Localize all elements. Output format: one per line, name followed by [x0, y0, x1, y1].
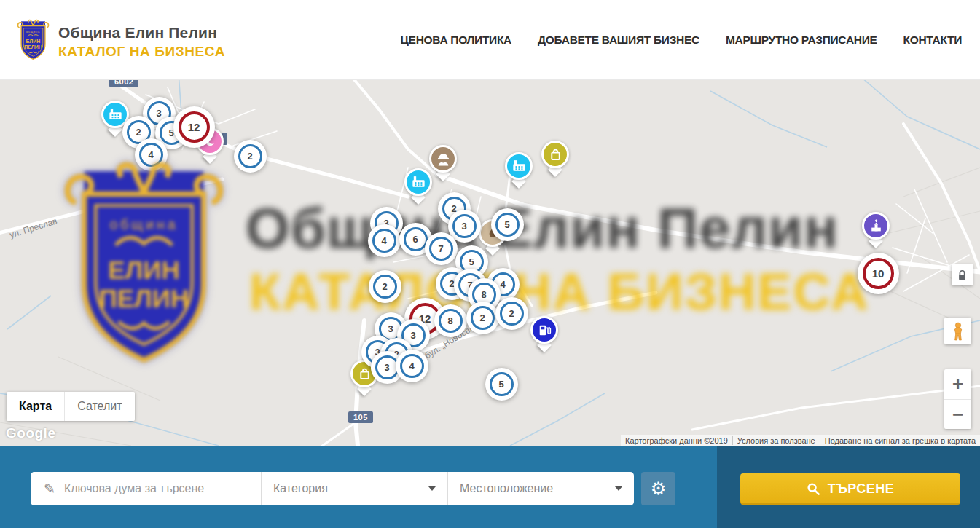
attribution-report-link[interactable]: Подаване на сигнал за грешка в картата [820, 436, 980, 445]
cluster-count: 2 [500, 302, 524, 326]
cluster-marker[interactable]: 10 [858, 253, 899, 294]
site-subtitle: КАТАЛОГ НА БИЗНЕСА [58, 44, 225, 60]
pegman-icon [949, 320, 968, 342]
cluster-marker[interactable]: 4 [396, 350, 428, 382]
bag-icon [541, 141, 569, 168]
lock-control-button[interactable] [952, 264, 973, 285]
attribution-copyright: Картографски данни ©2019 [621, 436, 732, 445]
site-header: община ЕЛИН ПЕЛИН Община Елин Пелин КАТА… [0, 0, 980, 80]
cluster-count: 5 [490, 372, 514, 396]
nav-contacts[interactable]: КОНТАКТИ [903, 34, 962, 47]
search-submit-button[interactable]: ТЪРСЕНЕ [740, 473, 960, 505]
map-pin-factory[interactable] [503, 151, 535, 189]
cluster-marker[interactable]: 2 [234, 140, 267, 173]
cluster-marker[interactable]: 2 [369, 270, 401, 303]
category-select[interactable]: Категория [261, 472, 447, 505]
cluster-marker[interactable]: 2 [495, 297, 528, 330]
cluster-count: 3 [452, 214, 477, 238]
cluster-count: 4 [372, 229, 396, 253]
cluster-marker[interactable]: 5 [491, 208, 524, 241]
map-pin-church[interactable] [860, 211, 892, 249]
search-bar: ✎ Категория Местоположение ⚙ ТЪРСЕНЕ [0, 446, 980, 528]
map-attribution: Картографски данни ©2019 Условия за полз… [621, 435, 980, 446]
cluster-count: 2 [373, 275, 397, 299]
category-select-value: Категория [273, 482, 328, 495]
road-badge-6002: 6002 [109, 80, 138, 87]
crest-line1: ЕЛИН [108, 256, 179, 284]
cluster-count: 5 [495, 213, 520, 237]
lock-icon [957, 269, 968, 281]
chevron-down-icon [615, 486, 622, 491]
municipality-logo[interactable]: община ЕЛИН ПЕЛИН [16, 17, 50, 61]
zoom-in-button[interactable]: + [944, 369, 971, 399]
zoom-control: + − [944, 369, 971, 429]
cluster-count: 10 [863, 258, 894, 289]
location-select[interactable]: Местоположение [447, 472, 634, 505]
street-view-pegman-button[interactable] [944, 318, 971, 344]
crest-small-text: община [110, 216, 179, 232]
cluster-count: 4 [400, 354, 424, 378]
keyword-search-input[interactable] [64, 482, 251, 495]
location-select-value: Местоположение [460, 482, 553, 495]
watermark-title: Община Елин Пелин [246, 195, 839, 261]
watermark-crest: община ЕЛИН ПЕЛИН [58, 154, 230, 370]
factory-icon [404, 168, 432, 196]
search-field-group: ✎ Категория Местоположение [31, 472, 634, 505]
cluster-marker[interactable]: 7 [425, 232, 458, 265]
google-logo[interactable]: Google [6, 425, 55, 441]
logo-line2: ПЕЛИН [24, 44, 42, 50]
cluster-count: 8 [439, 309, 463, 333]
map-type-control: Карта Сателит [7, 392, 135, 421]
nav-route-schedule[interactable]: МАРШРУТНО РАЗПИСАНИЕ [726, 34, 877, 47]
cluster-count: 7 [429, 237, 453, 261]
main-nav: ЦЕНОВА ПОЛИТИКА ДОБАВЕТЕ ВАШИЯТ БИЗНЕС М… [401, 0, 962, 80]
map-pin-factory[interactable] [402, 168, 434, 205]
advanced-search-gear-button[interactable]: ⚙ [641, 472, 675, 505]
logo-small-text: община [26, 30, 40, 34]
map-pin-fuel[interactable] [528, 315, 560, 353]
nav-add-business[interactable]: ДОБАВЕТЕ ВАШИЯТ БИЗНЕС [538, 34, 699, 47]
cluster-count: 2 [238, 144, 262, 168]
map-type-map-button[interactable]: Карта [7, 392, 64, 421]
keyword-section: ✎ [31, 472, 261, 505]
pencil-icon: ✎ [44, 481, 55, 497]
chevron-down-icon [428, 486, 436, 491]
google-map[interactable]: Община Елин Пелин КАТАЛОГ НА БИЗНЕСА 600… [0, 80, 980, 446]
crest-line2: ПЕЛИН [99, 284, 189, 312]
zoom-out-button[interactable]: − [944, 399, 971, 429]
road-badge-105: 105 [348, 411, 373, 423]
factory-icon [505, 152, 533, 180]
map-pin-bag[interactable] [539, 140, 571, 178]
cluster-marker[interactable]: 2 [466, 302, 499, 334]
watermark-subtitle: КАТАЛОГ НА БИЗНЕСА [249, 262, 869, 321]
cluster-marker[interactable]: 12 [173, 106, 215, 148]
cluster-count: 2 [471, 306, 495, 330]
cluster-count: 12 [179, 111, 210, 143]
church-icon [862, 212, 890, 240]
fuel-icon [530, 316, 558, 344]
brand-block: Община Елин Пелин КАТАЛОГ НА БИЗНЕСА [58, 24, 225, 60]
cluster-count: 6 [404, 227, 428, 251]
site-title: Община Елин Пелин [58, 24, 225, 42]
gear-icon: ⚙ [651, 478, 667, 499]
search-icon [807, 482, 820, 496]
search-button-label: ТЪРСЕНЕ [828, 481, 895, 497]
cluster-marker[interactable]: 5 [485, 368, 518, 401]
nav-pricing-policy[interactable]: ЦЕНОВА ПОЛИТИКА [401, 34, 511, 47]
logo-line1: ЕЛИН [26, 39, 41, 44]
map-type-satellite-button[interactable]: Сателит [64, 392, 134, 421]
cluster-marker[interactable]: 4 [368, 224, 401, 257]
cluster-marker[interactable]: 8 [434, 304, 467, 337]
attribution-terms-link[interactable]: Условия за ползване [732, 436, 820, 445]
